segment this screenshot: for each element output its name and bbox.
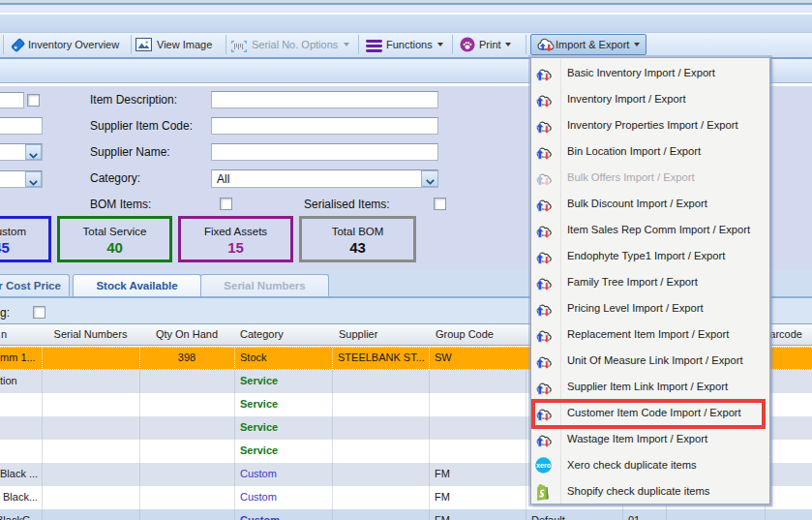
svg-text:xero: xero <box>536 461 552 470</box>
